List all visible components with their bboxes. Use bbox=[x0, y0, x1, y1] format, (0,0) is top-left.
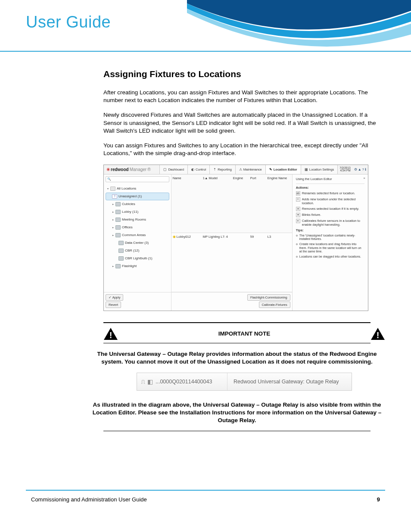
tree-item-lobby[interactable]: ▸Lobby (11) bbox=[104, 208, 171, 216]
device-icon: ◧ bbox=[147, 378, 153, 385]
footer-rule bbox=[26, 490, 385, 491]
tab-maintenance[interactable]: ⚠Maintenance bbox=[235, 165, 265, 174]
col-model[interactable]: 1▲ Model bbox=[202, 174, 232, 233]
app-datetime: 7/2/2013 4:54 PM bbox=[337, 165, 352, 174]
blink-icon: ✦ bbox=[296, 213, 300, 217]
tree-item-cbr[interactable]: CBR (12) bbox=[104, 247, 171, 255]
note-text-1: The Universal Gateway – Outage Relay pro… bbox=[86, 350, 388, 373]
gateway-desc: Redwood Universal Gateway: Outage Relay bbox=[227, 379, 339, 385]
brand-bold: redwood bbox=[111, 167, 129, 172]
note-text-2: As illustrated in the diagram above, the… bbox=[82, 401, 392, 425]
folder-icon bbox=[115, 210, 121, 214]
col-engine-name[interactable]: Engine Name bbox=[266, 174, 292, 233]
tab-control[interactable]: ◐Control bbox=[187, 165, 209, 174]
app-tabs: ▢Dashboard ◐Control ⇡Reporting ⚠Maintena… bbox=[159, 165, 368, 174]
tree-item-meeting-rooms[interactable]: ▸Meeting Rooms bbox=[104, 216, 171, 224]
help-panel: × Using the Location Editor Actions: abR… bbox=[292, 174, 368, 311]
page-footer: Commissioning and Administration User Gu… bbox=[31, 496, 380, 503]
app-brand: ✳ redwoodManager® bbox=[104, 167, 151, 172]
control-icon: ◐ bbox=[191, 168, 194, 171]
svg-text:!: ! bbox=[377, 330, 380, 340]
folder-icon bbox=[115, 225, 121, 230]
globe-icon bbox=[110, 187, 115, 191]
note-label: IMPORTANT NOTE bbox=[218, 330, 271, 337]
brand-thin: Manager bbox=[130, 167, 146, 172]
bullet-icon bbox=[296, 235, 298, 236]
paragraph-3: You can assign Fixtures and Switches to … bbox=[103, 142, 385, 157]
calibrate-fixtures-button[interactable]: Calibrate-Fixtures bbox=[259, 302, 290, 308]
tip-3: Locations can be dragged into other loca… bbox=[299, 255, 361, 258]
cell-port: 59 bbox=[249, 233, 266, 292]
gear-icon[interactable]: ⚙ bbox=[354, 168, 357, 171]
location-tree: ▾All Locations ?Unassigned (1) ▸Cubicles… bbox=[104, 184, 171, 292]
cell-engine-name: L3 bbox=[266, 233, 292, 292]
cell-name[interactable]: ◉ Lobby012 bbox=[171, 233, 202, 292]
tree-item-offices[interactable]: ▸Offices bbox=[104, 224, 171, 231]
cell-engine bbox=[232, 233, 249, 292]
svg-text:!: ! bbox=[109, 330, 112, 340]
reporting-icon: ⇡ bbox=[213, 168, 216, 171]
apply-button[interactable]: ✓ Apply bbox=[106, 294, 123, 301]
fixture-grid-panel: Name 1▲ Model Engine Port Engine Name ◉ … bbox=[171, 174, 292, 311]
folder-icon bbox=[115, 233, 121, 237]
question-icon: ? bbox=[112, 194, 117, 199]
tree-item-common-areas[interactable]: ▸Common Areas bbox=[104, 231, 171, 239]
topbar-utility-icons: ⚙ ▲ ? ℹ bbox=[352, 165, 368, 174]
action-calibrate: Calibrates fixture sensors in a location… bbox=[302, 219, 364, 227]
header-title: User Guide bbox=[26, 13, 111, 31]
info-icon[interactable]: ℹ bbox=[365, 168, 366, 171]
action-add: Adds new location under the selected loc… bbox=[302, 197, 364, 205]
tab-location-editor[interactable]: ✎Location Editor bbox=[265, 165, 301, 174]
folder-icon bbox=[115, 202, 121, 206]
tree-item-flashlight[interactable]: ▸Flashlight bbox=[104, 262, 171, 270]
tab-dashboard[interactable]: ▢Dashboard bbox=[159, 165, 187, 174]
bullet-icon bbox=[296, 256, 298, 258]
page-header: User Guide bbox=[0, 0, 411, 52]
tree-item-cubicles[interactable]: ▸Cubicles bbox=[104, 200, 171, 208]
app-screenshot: ✳ redwoodManager® ▢Dashboard ◐Control ⇡R… bbox=[103, 165, 368, 311]
search-icon: 🔍 bbox=[107, 177, 111, 181]
app-topbar: ✳ redwoodManager® ▢Dashboard ◐Control ⇡R… bbox=[104, 165, 368, 174]
bullet-icon bbox=[296, 243, 298, 245]
tab-reporting[interactable]: ⇡Reporting bbox=[209, 165, 235, 174]
gateway-row: ⎍ ◧ ...0000Q020114400043 Redwood Univers… bbox=[137, 373, 352, 391]
tip-1: The 'Unassigned' location contains newly… bbox=[299, 234, 364, 241]
tree-item-data-center[interactable]: Data Center (3) bbox=[104, 239, 171, 247]
fixture-grid: Name 1▲ Model Engine Port Engine Name ◉ … bbox=[171, 174, 292, 292]
revert-button[interactable]: Revert bbox=[106, 302, 121, 308]
help-title: Using the Location Editor bbox=[296, 177, 364, 181]
flashlight-commissioning-button[interactable]: Flashlight-Commissioning bbox=[247, 294, 290, 301]
user-icon[interactable]: ▲ bbox=[358, 168, 361, 171]
settings-icon: ▦ bbox=[305, 168, 308, 171]
folder-icon bbox=[115, 218, 121, 222]
footer-page-number: 9 bbox=[377, 496, 380, 503]
close-icon[interactable]: × bbox=[363, 176, 365, 180]
pulse-icon: ⎍ bbox=[141, 378, 145, 385]
content-area: Assigning Fixtures to Locations After cr… bbox=[0, 52, 411, 431]
tree-item-cbr-lightbulb[interactable]: CBR Lightbulb (1) bbox=[104, 255, 171, 262]
gateway-id-cell: ⎍ ◧ ...0000Q020114400043 bbox=[137, 373, 227, 390]
warning-icon: ! bbox=[371, 327, 385, 340]
folder-icon bbox=[118, 249, 124, 253]
help-icon[interactable]: ? bbox=[362, 168, 364, 171]
note-rule-mid bbox=[103, 343, 371, 343]
maintenance-icon: ⚠ bbox=[239, 168, 242, 171]
section-heading: Assigning Fixtures to Locations bbox=[103, 69, 385, 79]
col-port[interactable]: Port bbox=[249, 174, 266, 233]
search-input[interactable]: 🔍 bbox=[106, 176, 169, 182]
tree-root[interactable]: ▾All Locations bbox=[104, 185, 171, 193]
folder-icon bbox=[118, 256, 124, 261]
action-remove: Removes selected location if it is empty… bbox=[302, 207, 359, 211]
folder-icon bbox=[115, 264, 121, 268]
tree-unassigned[interactable]: ?Unassigned (1) bbox=[106, 193, 169, 200]
tree-buttons: ✓ Apply Revert bbox=[104, 292, 171, 311]
folder-icon bbox=[118, 241, 124, 245]
tab-location-settings[interactable]: ▦Location Settings bbox=[301, 165, 338, 174]
col-engine[interactable]: Engine bbox=[232, 174, 249, 233]
brand-icon: ✳ bbox=[106, 167, 110, 172]
location-tree-panel: 🔍 ▾All Locations ?Unassigned (1) ▸Cubicl… bbox=[104, 174, 171, 311]
col-name[interactable]: Name bbox=[171, 174, 202, 233]
pencil-icon: ✎ bbox=[269, 168, 272, 171]
dashboard-icon: ▢ bbox=[163, 168, 167, 171]
action-rename: Renames selected fixture or location. bbox=[302, 191, 355, 195]
